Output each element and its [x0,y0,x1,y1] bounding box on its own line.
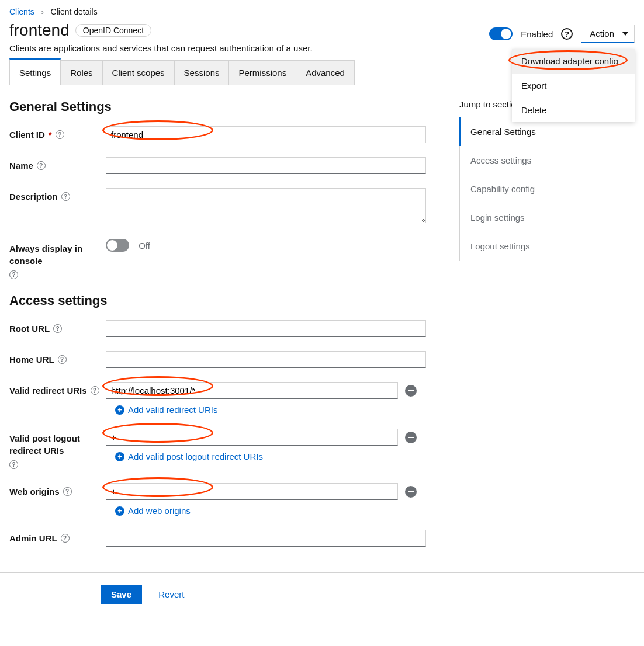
help-icon[interactable]: ? [561,28,573,40]
enabled-toggle[interactable] [489,27,513,40]
breadcrumb-current: Client details [51,7,98,16]
help-icon[interactable]: ? [9,270,18,279]
breadcrumb-clients[interactable]: Clients [9,7,34,16]
plus-circle-icon: + [115,405,124,415]
remove-redirect-button[interactable] [405,385,417,397]
valid-post-logout-input-0[interactable] [106,429,398,446]
home-url-input[interactable] [106,351,426,368]
breadcrumb: Clients › Client details [0,0,644,21]
add-web-origins-link[interactable]: + Add web origins [115,506,191,516]
web-origins-input-0[interactable] [106,483,398,500]
help-icon[interactable]: ? [91,386,99,395]
sidenav-access[interactable]: Access settings [460,146,635,175]
action-download-adapter-config[interactable]: Download adapter config [512,49,635,74]
label-root-url: Root URL ? [9,320,106,334]
always-display-toggle[interactable] [106,239,129,252]
sidenav-capability[interactable]: Capability config [460,175,635,203]
label-web-origins: Web origins ? [9,483,106,496]
admin-url-input[interactable] [106,530,426,547]
action-dropdown-button[interactable]: Action [581,25,635,43]
help-icon[interactable]: ? [53,324,62,333]
action-export[interactable]: Export [512,74,635,98]
page-title: frontend [9,21,70,40]
plus-circle-icon: + [115,506,124,516]
help-icon[interactable]: ? [37,161,46,170]
add-post-logout-link[interactable]: + Add valid post logout redirect URIs [115,451,263,461]
name-input[interactable] [106,157,426,174]
section-general-settings: General Settings [9,99,445,114]
label-name: Name ? [9,157,106,171]
remove-post-logout-button[interactable] [405,432,417,443]
tab-settings[interactable]: Settings [9,58,61,85]
add-valid-redirect-link[interactable]: + Add valid redirect URIs [115,405,217,415]
save-button[interactable]: Save [101,585,142,604]
help-icon[interactable]: ? [58,355,67,364]
action-label: Action [590,29,614,39]
help-icon[interactable]: ? [56,130,64,139]
label-home-url: Home URL ? [9,351,106,364]
tab-permissions[interactable]: Permissions [229,60,296,85]
page-header: frontend OpenID Connect Clients are appl… [0,21,644,58]
label-valid-redirect: Valid redirect URIs ? [9,382,106,395]
section-access-settings: Access settings [9,293,445,308]
valid-redirect-input-0[interactable] [106,382,398,399]
help-icon[interactable]: ? [61,192,70,201]
label-valid-post-logout: Valid post logout redirect URIs ? [9,429,106,469]
remove-web-origin-button[interactable] [405,486,417,498]
caret-down-icon [622,32,628,36]
root-url-input[interactable] [106,320,426,337]
jump-to-section-nav: General Settings Access settings Capabil… [459,117,635,261]
help-icon[interactable]: ? [63,487,72,496]
chevron-right-icon: › [41,8,44,16]
protocol-badge: OpenID Connect [75,24,151,37]
help-icon[interactable]: ? [61,534,70,543]
description-textarea[interactable] [106,188,426,223]
help-icon[interactable]: ? [9,460,18,469]
sidenav-logout[interactable]: Logout settings [460,232,635,261]
page-description: Clients are applications and services th… [9,43,313,53]
label-admin-url: Admin URL ? [9,530,106,543]
tab-sessions[interactable]: Sessions [175,60,230,85]
always-display-state: Off [139,241,150,251]
tab-roles[interactable]: Roles [61,60,102,85]
enabled-label: Enabled [521,29,553,39]
action-dropdown-menu: Download adapter config Export Delete [512,49,635,122]
revert-button[interactable]: Revert [158,589,184,599]
label-client-id: Client ID * ? [9,126,106,140]
label-description: Description ? [9,188,106,202]
tab-client-scopes[interactable]: Client scopes [103,60,175,85]
action-delete[interactable]: Delete [512,98,635,122]
label-always-display: Always display in console ? [9,239,106,279]
client-id-input[interactable] [106,126,426,143]
plus-circle-icon: + [115,452,124,461]
tab-advanced[interactable]: Advanced [296,60,355,85]
sidenav-login[interactable]: Login settings [460,203,635,232]
